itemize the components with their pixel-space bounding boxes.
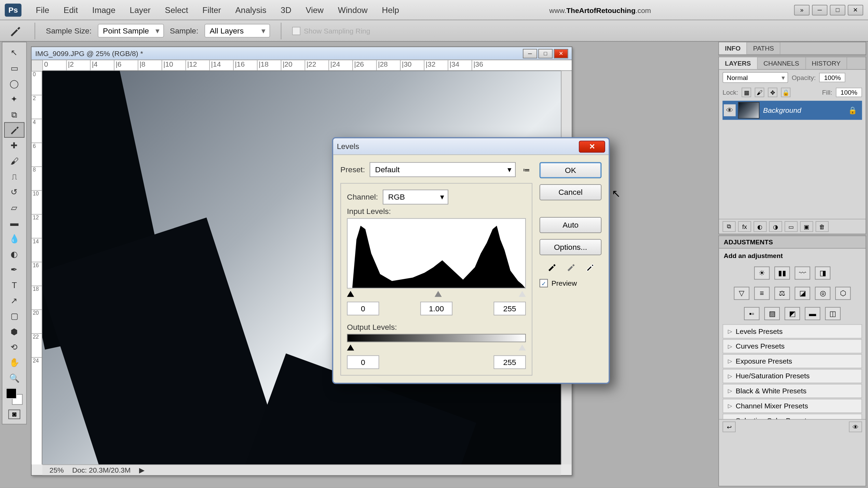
lock-paint-icon[interactable]: 🖌 — [755, 87, 764, 97]
3d-camera-tool[interactable]: ⟲ — [4, 339, 24, 355]
bw-icon[interactable]: ◪ — [795, 287, 810, 300]
lock-all-icon[interactable]: 🔒 — [781, 87, 791, 97]
opacity-field[interactable]: 100% — [819, 73, 846, 82]
tab-paths[interactable]: PATHS — [747, 42, 781, 54]
curves-icon[interactable]: 〰 — [795, 267, 810, 280]
ruler-vertical[interactable]: 024681012141618202224 — [31, 71, 42, 464]
shape-tool[interactable]: ▢ — [4, 308, 24, 324]
chevron-right-icon[interactable]: ▶ — [139, 466, 145, 474]
tab-info[interactable]: INFO — [719, 42, 747, 54]
preset-menu-icon[interactable]: ≔ — [520, 164, 532, 176]
mask-icon[interactable]: ◐ — [754, 221, 767, 232]
zoom-field[interactable]: 25% — [50, 466, 64, 474]
dialog-close-button[interactable]: ✕ — [579, 140, 605, 152]
maximize-button[interactable]: □ — [830, 4, 845, 15]
preset-item[interactable]: ▷Channel Mixer Presets — [722, 399, 862, 413]
input-black-field[interactable] — [347, 302, 379, 315]
menu-file[interactable]: File — [29, 1, 56, 18]
menu-image[interactable]: Image — [85, 1, 123, 18]
selective-icon[interactable]: ◫ — [825, 307, 840, 320]
output-black-slider[interactable] — [347, 344, 354, 350]
levels-icon[interactable]: ▮▮ — [774, 267, 790, 280]
preview-checkbox[interactable]: ✓ Preview — [540, 279, 601, 287]
fill-field[interactable]: 100% — [836, 87, 862, 97]
ruler-horizontal[interactable]: 0|2|4|6|8|10|12|14|16|18|20|22|24|26|28|… — [42, 60, 572, 71]
show-sampling-ring-checkbox[interactable]: Show Sampling Ring — [292, 27, 370, 35]
eyedropper-tool[interactable] — [4, 122, 24, 138]
doc-minimize-button[interactable]: ─ — [523, 49, 537, 58]
gamma-slider[interactable] — [435, 291, 442, 297]
balance-icon[interactable]: ⚖ — [774, 287, 790, 300]
preset-item[interactable]: ▷Exposure Presets — [722, 354, 862, 368]
threshold-icon[interactable]: ◩ — [785, 307, 800, 320]
quick-mask-toggle[interactable]: ◙ — [8, 409, 20, 419]
layer-background[interactable]: 👁 Background 🔒 — [722, 101, 862, 120]
lock-position-icon[interactable]: ✥ — [768, 87, 777, 97]
hue-icon[interactable]: ≡ — [754, 287, 770, 300]
posterize-icon[interactable]: ▨ — [764, 307, 779, 320]
channel-select[interactable]: RGB — [383, 190, 448, 205]
menu-analysis[interactable]: Analysis — [228, 1, 274, 18]
menu-layer[interactable]: Layer — [123, 1, 158, 18]
adjustment-icon[interactable]: ◑ — [769, 221, 782, 232]
preset-item[interactable]: ▷Selective Color Presets — [722, 414, 862, 419]
menu-select[interactable]: Select — [158, 1, 195, 18]
output-white-slider[interactable] — [519, 344, 526, 350]
tab-history[interactable]: HISTORY — [806, 57, 847, 69]
eyedropper-tool-icon[interactable] — [6, 24, 24, 38]
path-tool[interactable]: ↗ — [4, 293, 24, 308]
healing-tool[interactable]: ✚ — [4, 138, 24, 153]
move-tool[interactable]: ↖ — [4, 45, 24, 60]
zoom-tool[interactable]: 🔍 — [4, 370, 24, 385]
ok-button[interactable]: OK — [540, 162, 601, 178]
vibrance-icon[interactable]: ▽ — [734, 287, 749, 300]
fx-icon[interactable]: fx — [738, 221, 751, 232]
input-gamma-field[interactable] — [420, 302, 452, 315]
output-black-field[interactable] — [347, 355, 379, 369]
preset-select[interactable]: Default — [370, 162, 516, 177]
output-white-field[interactable] — [493, 355, 526, 369]
doc-maximize-button[interactable]: □ — [538, 49, 553, 58]
input-slider[interactable] — [347, 290, 526, 297]
eraser-tool[interactable]: ▱ — [4, 200, 24, 215]
marquee-tool[interactable]: ▭ — [4, 60, 24, 76]
preset-item[interactable]: ▷Levels Presets — [722, 324, 862, 339]
menu-view[interactable]: View — [299, 1, 331, 18]
tab-channels[interactable]: CHANNELS — [758, 57, 806, 69]
history-brush-tool[interactable]: ↺ — [4, 184, 24, 200]
hand-tool[interactable]: ✋ — [4, 355, 24, 370]
output-slider[interactable] — [347, 343, 526, 351]
eye-icon[interactable]: 👁 — [849, 421, 862, 432]
sample-select[interactable]: All Layers — [204, 24, 270, 38]
link-layers-icon[interactable]: ⧉ — [722, 221, 735, 232]
group-icon[interactable]: ▭ — [785, 221, 798, 232]
blend-mode-select[interactable]: Normal — [722, 72, 788, 83]
preset-item[interactable]: ▷Hue/Saturation Presets — [722, 369, 862, 383]
sample-size-select[interactable]: Point Sample — [97, 24, 164, 38]
close-button[interactable]: ✕ — [848, 4, 863, 15]
wand-tool[interactable]: ✦ — [4, 91, 24, 107]
cancel-button[interactable]: Cancel — [540, 184, 601, 200]
brush-tool[interactable]: 🖌 — [4, 153, 24, 168]
gradient-map-icon[interactable]: ▬ — [805, 307, 820, 320]
black-eyedropper-icon[interactable] — [544, 261, 559, 273]
document-titlebar[interactable]: IMG_9099.JPG @ 25% (RGB/8) * ─ □ ✕ — [31, 47, 572, 60]
menu-edit[interactable]: Edit — [56, 1, 85, 18]
auto-button[interactable]: Auto — [540, 217, 601, 233]
photo-filter-icon[interactable]: ◎ — [815, 287, 830, 300]
dialog-titlebar[interactable]: Levels ✕ — [333, 138, 609, 155]
color-swatches[interactable] — [6, 388, 23, 405]
options-button[interactable]: Options... — [540, 239, 601, 255]
black-point-slider[interactable] — [347, 291, 354, 297]
gradient-tool[interactable]: ▬ — [4, 215, 24, 231]
mixer-icon[interactable]: ⬡ — [835, 287, 851, 300]
new-layer-icon[interactable]: ▣ — [800, 221, 813, 232]
doc-close-button[interactable]: ✕ — [554, 49, 568, 58]
delete-icon[interactable]: 🗑 — [815, 221, 828, 232]
menu-filter[interactable]: Filter — [195, 1, 228, 18]
tab-layers[interactable]: LAYERS — [719, 57, 758, 69]
pen-tool[interactable]: ✒ — [4, 262, 24, 277]
blur-tool[interactable]: 💧 — [4, 231, 24, 246]
invert-icon[interactable]: ▪▫ — [744, 307, 759, 320]
gray-eyedropper-icon[interactable] — [564, 261, 578, 273]
